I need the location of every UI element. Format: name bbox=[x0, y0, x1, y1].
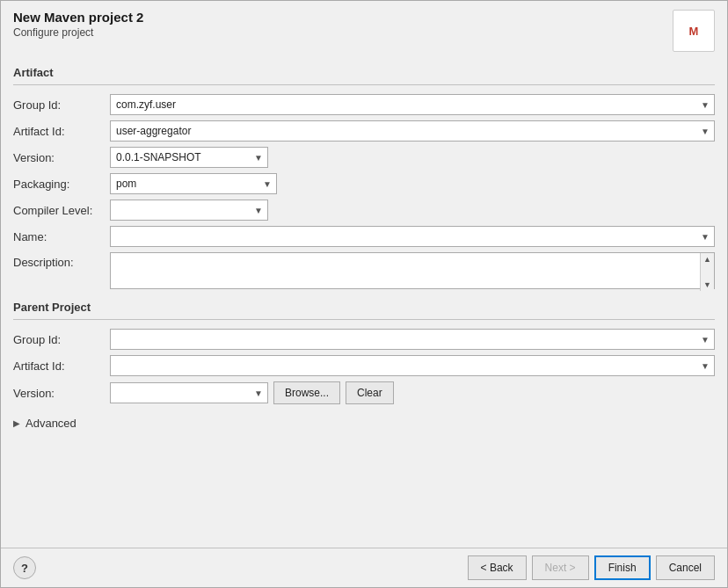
parent-group-id-wrapper: ▼ bbox=[110, 329, 715, 350]
scroll-down-icon[interactable]: ▼ bbox=[702, 279, 713, 291]
artifact-id-wrapper: user-aggregator ▼ bbox=[110, 120, 715, 142]
back-button[interactable]: < Back bbox=[468, 555, 527, 580]
artifact-divider bbox=[13, 84, 715, 85]
parent-section-header: Parent Project bbox=[13, 301, 715, 314]
name-select[interactable] bbox=[110, 226, 715, 247]
footer-right: < Back Next > Finish Cancel bbox=[468, 555, 715, 580]
version-select[interactable]: 0.0.1-SNAPSHOT bbox=[110, 147, 268, 168]
browse-button[interactable]: Browse... bbox=[273, 381, 340, 404]
parent-version-label: Version: bbox=[13, 387, 110, 400]
group-id-row: Group Id: com.zyf.user ▼ bbox=[13, 94, 715, 115]
maven-icon: M bbox=[673, 10, 715, 52]
compiler-level-row: Compiler Level: ▼ bbox=[13, 200, 715, 221]
name-label: Name: bbox=[13, 230, 110, 243]
packaging-label: Packaging: bbox=[13, 178, 110, 191]
dialog-title: New Maven project 2 bbox=[13, 10, 143, 25]
compiler-level-wrapper: ▼ bbox=[110, 200, 268, 221]
header-text: New Maven project 2 Configure project bbox=[13, 10, 143, 39]
group-id-select[interactable]: com.zyf.user bbox=[110, 94, 715, 115]
description-row: Description: ▲ ▼ bbox=[13, 252, 715, 292]
artifact-section-header: Artifact bbox=[13, 66, 715, 79]
help-button[interactable]: ? bbox=[13, 556, 36, 579]
dialog-subtitle: Configure project bbox=[13, 26, 143, 39]
packaging-row: Packaging: pom ▼ bbox=[13, 173, 715, 194]
description-label: Description: bbox=[13, 252, 110, 269]
version-row: Version: 0.0.1-SNAPSHOT ▼ bbox=[13, 147, 715, 168]
compiler-level-select[interactable] bbox=[110, 200, 268, 221]
scroll-up-icon[interactable]: ▲ bbox=[702, 253, 713, 265]
name-row: Name: ▼ bbox=[13, 226, 715, 247]
parent-artifact-id-wrapper: ▼ bbox=[110, 355, 715, 376]
new-maven-project-dialog: New Maven project 2 Configure project M … bbox=[0, 0, 728, 588]
artifact-id-row: Artifact Id: user-aggregator ▼ bbox=[13, 120, 715, 142]
parent-artifact-id-label: Artifact Id: bbox=[13, 359, 110, 373]
next-button[interactable]: Next > bbox=[532, 555, 589, 580]
dialog-header: New Maven project 2 Configure project M bbox=[1, 1, 727, 55]
advanced-label: Advanced bbox=[25, 417, 76, 430]
parent-group-id-row: Group Id: ▼ bbox=[13, 329, 715, 350]
parent-group-id-select[interactable] bbox=[110, 329, 715, 350]
group-id-wrapper: com.zyf.user ▼ bbox=[110, 94, 715, 115]
finish-button[interactable]: Finish bbox=[594, 555, 651, 580]
parent-artifact-id-select[interactable] bbox=[110, 355, 715, 376]
parent-version-row: Version: ▼ Browse... Clear bbox=[13, 381, 715, 404]
artifact-id-select[interactable]: user-aggregator bbox=[110, 120, 715, 142]
description-wrapper: ▲ ▼ bbox=[110, 252, 715, 292]
parent-divider bbox=[13, 319, 715, 320]
parent-artifact-id-row: Artifact Id: ▼ bbox=[13, 355, 715, 376]
parent-version-wrapper: ▼ bbox=[110, 382, 268, 403]
compiler-level-label: Compiler Level: bbox=[13, 204, 110, 217]
description-textarea[interactable] bbox=[110, 252, 715, 289]
description-scrollbar: ▲ ▼ bbox=[700, 253, 714, 291]
parent-version-select[interactable] bbox=[110, 382, 268, 403]
version-label: Version: bbox=[13, 151, 110, 164]
dialog-body: Artifact Group Id: com.zyf.user ▼ Artifa… bbox=[1, 55, 727, 548]
footer-left: ? bbox=[13, 556, 36, 579]
clear-button[interactable]: Clear bbox=[346, 381, 394, 404]
parent-group-id-label: Group Id: bbox=[13, 333, 110, 346]
packaging-select[interactable]: pom bbox=[110, 173, 277, 194]
advanced-arrow-icon: ▶ bbox=[13, 418, 20, 428]
group-id-label: Group Id: bbox=[13, 98, 110, 112]
packaging-wrapper: pom ▼ bbox=[110, 173, 277, 194]
artifact-id-label: Artifact Id: bbox=[13, 125, 110, 138]
version-wrapper: 0.0.1-SNAPSHOT ▼ bbox=[110, 147, 268, 168]
advanced-section[interactable]: ▶ Advanced bbox=[13, 410, 715, 437]
name-wrapper: ▼ bbox=[110, 226, 715, 247]
cancel-button[interactable]: Cancel bbox=[656, 555, 715, 580]
dialog-footer: ? < Back Next > Finish Cancel bbox=[1, 548, 727, 587]
